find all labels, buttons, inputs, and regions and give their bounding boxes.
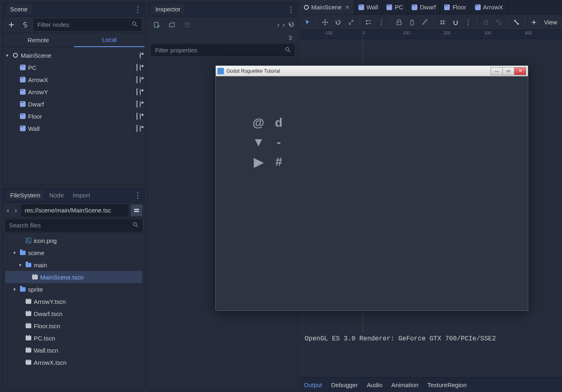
- snap-grid-icon[interactable]: [437, 17, 448, 28]
- filesystem-tab[interactable]: FileSystem: [6, 190, 44, 200]
- scene-filter-input[interactable]: Filter nodes: [34, 19, 141, 31]
- local-tab[interactable]: Local: [74, 33, 145, 47]
- path-back[interactable]: ‹: [5, 206, 11, 215]
- scene-node-dwarf[interactable]: Dwarf: [5, 98, 142, 110]
- filesystem-menu-icon[interactable]: ⋮: [134, 191, 141, 200]
- fs-item-wall-tscn[interactable]: Wall.tscn: [5, 344, 142, 356]
- scene-tab-wall[interactable]: Wall: [354, 0, 383, 14]
- lock-icon[interactable]: [481, 17, 491, 28]
- game-window[interactable]: Godot Roguelike Tutorial — ▭ ✕ @d▼-▶#: [215, 65, 528, 311]
- visibility-icon[interactable]: [140, 89, 141, 95]
- bottom-tab-output[interactable]: Output: [304, 381, 322, 388]
- bottom-tab-audio[interactable]: Audio: [367, 381, 382, 388]
- ruler-tool[interactable]: [420, 17, 430, 28]
- move-tool[interactable]: [320, 17, 330, 28]
- open-scene-icon[interactable]: [137, 113, 137, 119]
- visibility-icon[interactable]: [140, 101, 141, 107]
- fs-item-dwarf-tscn[interactable]: Dwarf.tscn: [5, 308, 142, 320]
- history-menu[interactable]: [288, 21, 295, 29]
- anchor-icon[interactable]: [529, 17, 539, 28]
- group-icon[interactable]: [494, 17, 504, 28]
- scene-tab-mainscene[interactable]: MainScene✕: [300, 0, 354, 14]
- history-forward[interactable]: ›: [283, 21, 285, 29]
- open-scene-icon[interactable]: [137, 126, 137, 132]
- scene-tab-arrowx[interactable]: ArrowX: [471, 0, 508, 14]
- game-window-titlebar[interactable]: Godot Roguelike Tutorial — ▭ ✕: [216, 66, 528, 76]
- scene-tab[interactable]: Scene: [6, 4, 32, 14]
- scene-node-wall[interactable]: Wall: [5, 122, 142, 134]
- visibility-icon[interactable]: [140, 126, 141, 132]
- link-button[interactable]: [20, 19, 30, 30]
- bottom-tab-textureregion[interactable]: TextureRegion: [427, 381, 467, 388]
- snap-menu-icon[interactable]: ⋮: [463, 17, 474, 28]
- inspector-menu-icon[interactable]: ⋮: [287, 5, 295, 14]
- close-button[interactable]: ✕: [514, 67, 526, 75]
- inspector-tab[interactable]: Inspector: [151, 4, 184, 14]
- fs-item-sprite[interactable]: ▾sprite: [5, 283, 142, 295]
- scene-node-floor[interactable]: Floor: [5, 110, 142, 122]
- inspector-filter-input[interactable]: Filter properties: [151, 44, 294, 56]
- fs-item-scene[interactable]: ▾scene: [5, 247, 142, 259]
- scene-tab-dwarf[interactable]: Dwarf: [408, 0, 440, 14]
- fs-item-arrowy-tscn[interactable]: ArrowY.tscn: [5, 295, 142, 308]
- object-properties-icon[interactable]: [287, 35, 294, 42]
- close-tab-icon[interactable]: ✕: [345, 4, 350, 11]
- view-menu[interactable]: View: [542, 19, 560, 26]
- node-label: ArrowX: [28, 76, 137, 83]
- node2d-icon: [19, 76, 26, 83]
- scene-node-arrowx[interactable]: ArrowX: [5, 74, 142, 86]
- svg-point-8: [291, 37, 292, 39]
- game-cell: -: [269, 132, 289, 152]
- scene-node-mainscene[interactable]: ▾MainScene: [5, 49, 142, 61]
- node-icon: [12, 52, 19, 59]
- scene-node-arrowy[interactable]: ArrowY: [5, 86, 142, 98]
- fs-item-floor-tscn[interactable]: Floor.tscn: [5, 320, 142, 332]
- open-scene-icon[interactable]: [137, 77, 137, 83]
- open-scene-icon[interactable]: [137, 101, 137, 107]
- open-scene-icon[interactable]: [137, 65, 137, 71]
- lock-selection-icon[interactable]: [394, 17, 404, 28]
- fs-item-arrowx-tscn[interactable]: ArrowX.tscn: [5, 356, 142, 368]
- visibility-icon[interactable]: [140, 113, 141, 119]
- scene-node-pc[interactable]: PC: [5, 61, 142, 74]
- list-select-tool[interactable]: [363, 17, 374, 28]
- maximize-button[interactable]: ▭: [502, 67, 514, 75]
- fs-item-pc-tscn[interactable]: PC.tscn: [5, 332, 142, 344]
- remote-tab[interactable]: Remote: [3, 33, 74, 47]
- bone-icon[interactable]: [511, 17, 522, 28]
- scene-tab-floor[interactable]: Floor: [440, 0, 471, 14]
- grid-view-toggle[interactable]: [131, 205, 142, 216]
- visibility-icon[interactable]: [140, 77, 141, 83]
- new-resource-button[interactable]: [151, 19, 162, 30]
- import-tab[interactable]: Import: [69, 190, 94, 200]
- bottom-tab-debugger[interactable]: Debugger: [331, 381, 358, 388]
- rotate-tool[interactable]: [333, 17, 343, 28]
- bottom-tab-animation[interactable]: Animation: [391, 381, 419, 388]
- output-console-area[interactable]: [300, 345, 562, 377]
- fs-item-main[interactable]: ▾main: [5, 259, 142, 271]
- fs-item-icon-png[interactable]: icon.png: [5, 234, 142, 247]
- output-console-line: OpenGL ES 3.0 Renderer: GeForce GTX 760/…: [300, 333, 562, 345]
- save-resource-button[interactable]: [182, 19, 193, 30]
- fs-item-mainscene-tscn[interactable]: MainScene.tscn: [5, 271, 142, 283]
- scene-panel-menu-icon[interactable]: ⋮: [134, 5, 141, 14]
- add-node-button[interactable]: [6, 19, 17, 30]
- pan-tool[interactable]: [407, 17, 417, 28]
- path-forward[interactable]: ›: [13, 206, 18, 215]
- filesystem-search-input[interactable]: Search files: [5, 219, 142, 232]
- load-resource-button[interactable]: [167, 19, 177, 30]
- path-input[interactable]: res://scene/main/MainScene.tsc: [21, 204, 129, 217]
- history-back[interactable]: ‹: [278, 21, 280, 29]
- scene-tab-pc[interactable]: PC: [382, 0, 408, 14]
- scene-panel: Scene ⋮ Filter nodes Remote: [2, 2, 145, 185]
- snap-options-icon[interactable]: ⋮: [376, 17, 387, 28]
- snap-toggle-icon[interactable]: [450, 17, 461, 28]
- open-scene-icon[interactable]: [137, 89, 137, 95]
- node-tab[interactable]: Node: [45, 190, 68, 200]
- select-tool[interactable]: [302, 17, 313, 28]
- minimize-button[interactable]: —: [490, 67, 503, 75]
- svg-rect-19: [533, 22, 535, 23]
- visibility-icon[interactable]: [140, 52, 141, 58]
- scale-tool[interactable]: [346, 17, 356, 28]
- visibility-icon[interactable]: [140, 65, 141, 71]
